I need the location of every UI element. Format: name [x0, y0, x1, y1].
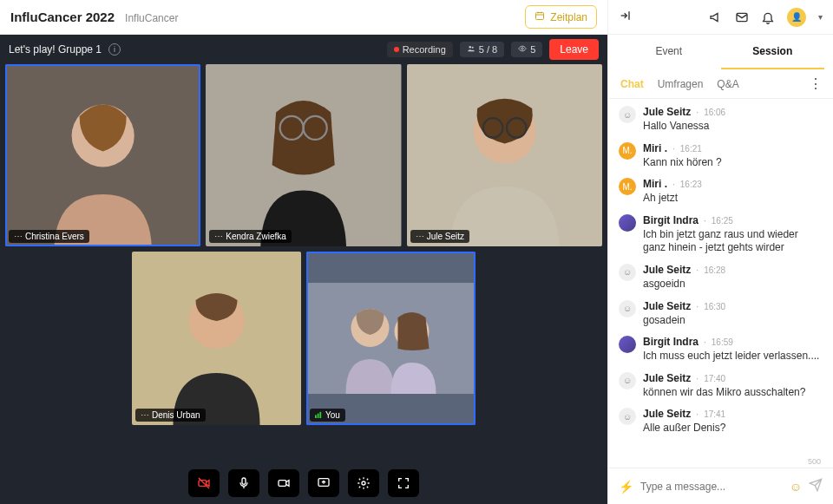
chat-message: ☺Jule Seitz·17:41Alle außer Denis?	[619, 408, 823, 435]
schedule-label: Zeitplan	[550, 11, 587, 23]
subtab-polls[interactable]: Umfragen	[658, 78, 704, 90]
eye-icon	[518, 44, 527, 55]
tile-menu-icon[interactable]: ⋯	[14, 232, 23, 241]
chat-message: ☺Jule Seitz·16:30gosadein	[619, 300, 823, 328]
chat-time: 17:41	[704, 409, 725, 419]
chat-message: M.Miri .·16:23Ah jetzt	[619, 178, 823, 206]
chat-time: 16:59	[712, 337, 733, 347]
recording-dot-icon	[394, 47, 399, 52]
recording-indicator: Recording	[387, 42, 453, 57]
video-tile-self[interactable]: You	[306, 252, 476, 425]
message-input[interactable]	[640, 481, 783, 493]
chat-avatar: ☺	[619, 300, 636, 317]
chat-time: 16:23	[680, 180, 702, 189]
calendar-icon	[535, 10, 545, 23]
chat-user: Jule Seitz	[643, 372, 691, 384]
megaphone-icon[interactable]	[709, 10, 723, 24]
chat-text: können wir das Mikro ausschalten?	[643, 386, 823, 400]
chevron-down-icon[interactable]: ▾	[818, 12, 823, 22]
chat-text: Alle außer Denis?	[643, 422, 823, 435]
settings-button[interactable]	[348, 469, 379, 497]
participants-pill[interactable]: 5 / 8	[460, 42, 504, 57]
svg-line-27	[199, 478, 209, 488]
svg-rect-30	[279, 481, 286, 487]
chat-text: Ich muss euch jetzt leider verlassen....	[643, 350, 823, 363]
tile-name: Kendra Zwiefka	[226, 232, 285, 241]
chat-message: Birgit Indra·16:25Ich bin jetzt ganz rau…	[619, 214, 823, 255]
tile-name: You	[325, 410, 340, 420]
camera-toggle-button[interactable]	[188, 469, 220, 497]
signal-icon	[315, 410, 323, 420]
chat-user: Miri .	[643, 178, 667, 190]
chat-message-list: ☺Jule Seitz·16:06Hallo VanessaM.Miri .·1…	[608, 99, 833, 468]
collapse-panel-button[interactable]	[619, 9, 633, 26]
chat-time: 16:21	[680, 144, 702, 154]
chat-user: Birgit Indra	[643, 336, 699, 348]
user-avatar[interactable]: 👤	[787, 8, 806, 27]
chat-text: Kann nix hören ?	[643, 156, 823, 170]
tab-session[interactable]: Session	[721, 35, 825, 69]
bell-icon[interactable]	[761, 10, 775, 24]
tab-event[interactable]: Event	[617, 35, 721, 69]
svg-rect-23	[315, 415, 317, 418]
tile-menu-icon[interactable]: ⋯	[141, 410, 149, 420]
recording-label: Recording	[403, 44, 446, 55]
emoji-icon[interactable]: ☺	[790, 480, 802, 494]
session-title: Let's play! Gruppe 1	[9, 43, 102, 56]
leave-button[interactable]: Leave	[549, 39, 599, 60]
send-icon[interactable]	[809, 478, 823, 495]
subtab-qa[interactable]: Q&A	[717, 78, 738, 90]
participants-count: 5 / 8	[479, 44, 497, 55]
share-screen-button[interactable]	[308, 469, 339, 497]
chat-user: Jule Seitz	[643, 408, 691, 420]
chat-user: Birgit Indra	[643, 214, 699, 226]
chat-avatar: M.	[619, 142, 636, 160]
viewers-pill[interactable]: 5	[511, 42, 542, 57]
svg-point-32	[362, 481, 365, 485]
viewers-count: 5	[530, 44, 535, 55]
chat-user: Jule Seitz	[643, 106, 691, 118]
chat-time: 16:28	[704, 265, 725, 275]
tile-name: Christina Evers	[25, 232, 84, 241]
chat-message: M.Miri .·16:21Kann nix hören ?	[619, 142, 823, 170]
subtab-chat[interactable]: Chat	[620, 78, 644, 90]
fullscreen-button[interactable]	[388, 469, 419, 497]
svg-rect-24	[318, 414, 319, 418]
chat-text: gosadein	[643, 314, 823, 328]
chat-text: Ich bin jetzt ganz raus und wieder ganz …	[643, 228, 823, 255]
video-tile[interactable]: ⋯Kendra Zwiefka	[206, 64, 401, 246]
tile-menu-icon[interactable]: ⋯	[416, 232, 424, 241]
tile-name: Jule Seitz	[427, 232, 464, 241]
chat-avatar: M.	[619, 178, 636, 195]
users-icon	[467, 44, 476, 55]
chat-user: Miri .	[643, 142, 667, 154]
chat-text: Ah jetzt	[643, 192, 823, 206]
bolt-icon[interactable]: ⚡	[619, 480, 633, 494]
chat-avatar	[619, 336, 636, 353]
event-title: InfluCancer 2022	[10, 10, 115, 24]
chat-avatar: ☺	[619, 106, 636, 123]
more-menu-icon[interactable]: ⋮	[809, 75, 823, 92]
mic-toggle-button[interactable]	[228, 469, 259, 497]
chat-text: Hallo Vanessa	[643, 120, 823, 134]
video-button[interactable]	[268, 469, 299, 497]
chat-avatar	[619, 214, 636, 232]
info-icon[interactable]: i	[108, 43, 121, 56]
chat-avatar: ☺	[619, 264, 636, 281]
video-tile[interactable]: ⋯Denis Urban	[132, 252, 301, 425]
chat-user: Jule Seitz	[643, 264, 691, 276]
svg-point-4	[469, 46, 471, 49]
tile-name: Denis Urban	[152, 410, 200, 420]
video-tile[interactable]: ⋯Christina Evers	[5, 64, 200, 246]
chat-time: 16:30	[704, 302, 725, 311]
schedule-button[interactable]: Zeitplan	[525, 5, 597, 29]
chat-avatar: ☺	[619, 408, 636, 425]
video-tile[interactable]: ⋯Jule Seitz	[407, 64, 602, 246]
svg-rect-25	[319, 412, 321, 418]
inbox-icon[interactable]	[735, 10, 749, 24]
chat-time: 16:06	[704, 108, 725, 117]
char-count: 500	[808, 457, 821, 466]
tile-menu-icon[interactable]: ⋯	[214, 232, 223, 241]
chat-message: ☺Jule Seitz·16:06Hallo Vanessa	[619, 106, 823, 134]
svg-rect-28	[242, 478, 246, 484]
